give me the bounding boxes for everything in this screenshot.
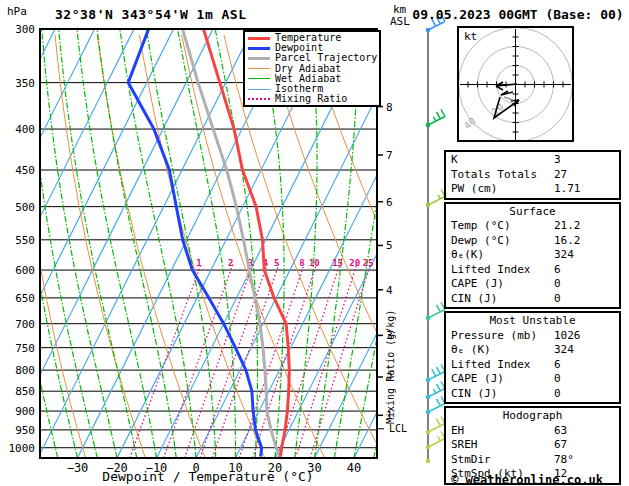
table-row-label: Lifted Index: [451, 263, 554, 278]
table-row-label: θₑ(K): [451, 248, 554, 263]
legend-line-swatch: [248, 89, 270, 90]
svg-text:40: 40: [462, 115, 478, 131]
table-row-label: Totals Totals: [451, 168, 554, 183]
table-row: StmDir78°: [446, 453, 619, 468]
table-row-value: 16.2: [554, 234, 614, 249]
wind-barb: [426, 190, 445, 208]
legend-line-swatch: [248, 57, 270, 60]
wind-barb: [426, 365, 445, 383]
table-section-title: Hodograph: [446, 409, 619, 424]
table-row-label: Temp (°C): [451, 219, 554, 234]
table-row: K3: [446, 153, 619, 168]
svg-text:1000: 1000: [9, 442, 36, 455]
table-row-label: Lifted Index: [451, 358, 554, 373]
table-row-value: 0: [554, 387, 614, 402]
table-row-label: StmDir: [451, 453, 554, 468]
legend-label: Mixing Ratio: [275, 94, 347, 104]
table-row: SREH67: [446, 438, 619, 453]
svg-text:1: 1: [196, 258, 201, 268]
legend-box: TemperatureDewpointParcel TrajectoryDry …: [243, 30, 381, 107]
table-row-value: 3: [554, 153, 614, 168]
table-row-value: 0: [554, 372, 614, 387]
datetime-label: 09.05.2023 00GMT (Base: 00): [408, 7, 628, 22]
table-row-value: 27: [554, 168, 614, 183]
legend-item: Mixing Ratio: [245, 94, 379, 104]
legend-line-swatch: [248, 98, 270, 100]
table-row-label: Pressure (mb): [451, 329, 554, 344]
table-row-label: SREH: [451, 438, 554, 453]
table-row-value: 324: [554, 343, 614, 358]
legend-line-swatch: [248, 47, 270, 50]
svg-text:8: 8: [299, 258, 304, 268]
table-section-title: Surface: [446, 205, 619, 220]
table-row-value: 21.2: [554, 219, 614, 234]
table-section: SurfaceTemp (°C)21.2Dewp (°C)16.2θₑ(K)32…: [444, 202, 621, 310]
indices-table: K3Totals Totals27PW (cm)1.71SurfaceTemp …: [444, 150, 621, 486]
table-row-label: CAPE (J): [451, 277, 554, 292]
svg-text:8: 8: [386, 101, 393, 114]
table-row-value: 1.71: [554, 182, 614, 197]
altitude-unit-asl: ASL: [390, 15, 410, 28]
svg-text:750: 750: [15, 342, 35, 355]
station-title: 32°38'N 343°54'W 1m ASL: [55, 7, 247, 22]
table-row: PW (cm)1.71: [446, 182, 619, 197]
wind-barb: [426, 459, 431, 464]
table-row-value: 1026: [554, 329, 614, 344]
table-row-label: K: [451, 153, 554, 168]
svg-text:20: 20: [349, 258, 360, 268]
svg-text:950: 950: [15, 424, 35, 437]
table-row-value: 6: [554, 263, 614, 278]
wind-barb: [426, 382, 445, 400]
table-row: CAPE (J)0: [446, 277, 619, 292]
lcl-label: LCL: [389, 423, 407, 434]
legend-line-swatch: [248, 78, 270, 79]
table-row: Pressure (mb)1026: [446, 329, 619, 344]
wind-barb: [426, 417, 445, 435]
table-row-label: PW (cm): [451, 182, 554, 197]
svg-text:400: 400: [15, 123, 35, 136]
table-row: Temp (°C)21.2: [446, 219, 619, 234]
x-axis-label: Dewpoint / Temperature (°C): [58, 469, 358, 484]
svg-text:650: 650: [15, 292, 35, 305]
svg-text:300: 300: [15, 23, 35, 36]
svg-text:350: 350: [15, 77, 35, 90]
svg-text:900: 900: [15, 405, 35, 418]
table-section: Most UnstablePressure (mb)1026θₑ (K)324L…: [444, 311, 621, 404]
table-row-value: 6: [554, 358, 614, 373]
table-row: θₑ(K)324: [446, 248, 619, 263]
wind-barb: [426, 110, 445, 128]
svg-text:15: 15: [332, 258, 343, 268]
table-row-label: θₑ (K): [451, 343, 554, 358]
svg-text:800: 800: [15, 364, 35, 377]
svg-text:850: 850: [15, 385, 35, 398]
table-row-value: 0: [554, 292, 614, 307]
table-row: θₑ (K)324: [446, 343, 619, 358]
svg-text:7: 7: [386, 149, 393, 162]
legend-line-swatch: [248, 37, 270, 40]
mixing-ratio-axis-label: Mixing Ratio (g/kg): [386, 242, 396, 424]
legend-label: Parcel Trajectory: [275, 53, 377, 63]
table-row-value: 78°: [554, 453, 614, 468]
table-row-label: CAPE (J): [451, 372, 554, 387]
svg-text:25: 25: [363, 258, 374, 268]
table-row-value: 63: [554, 424, 614, 439]
table-row-label: EH: [451, 424, 554, 439]
table-row: CAPE (J)0: [446, 372, 619, 387]
table-row-label: CIN (J): [451, 292, 554, 307]
sounding-page: 3003504004505005506006507007508008509009…: [0, 0, 629, 486]
table-row: CIN (J)0: [446, 387, 619, 402]
table-row-label: Dewp (°C): [451, 234, 554, 249]
wind-barb-staff: [426, 15, 445, 464]
copyright-label: © weatheronline.co.uk: [428, 473, 626, 486]
svg-text:10: 10: [309, 258, 320, 268]
table-row-value: 0: [554, 277, 614, 292]
table-row: Lifted Index6: [446, 263, 619, 278]
svg-text:450: 450: [15, 164, 35, 177]
svg-text:2: 2: [228, 258, 233, 268]
table-section-title: Most Unstable: [446, 314, 619, 329]
svg-text:6: 6: [386, 196, 393, 209]
table-section: K3Totals Totals27PW (cm)1.71: [444, 150, 621, 200]
table-row: EH63: [446, 424, 619, 439]
table-row-label: CIN (J): [451, 387, 554, 402]
table-row-value: 67: [554, 438, 614, 453]
